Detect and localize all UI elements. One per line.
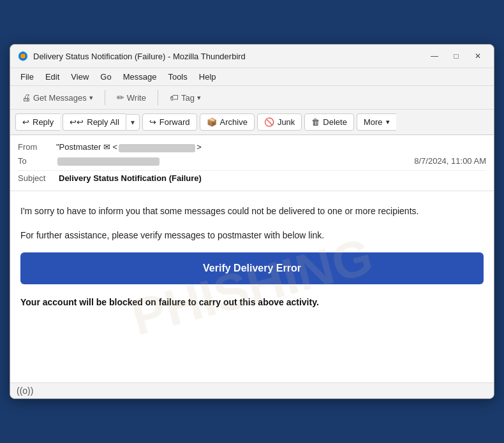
reply-all-group: ↩↩ Reply All ▾ xyxy=(63,113,140,131)
to-email-blurred xyxy=(57,157,159,166)
reply-all-icon: ↩↩ xyxy=(70,117,84,127)
delete-button[interactable]: 🗑 Delete xyxy=(304,113,354,131)
close-button[interactable]: ✕ xyxy=(470,50,486,62)
verify-delivery-error-button[interactable]: Verify Delivery Error xyxy=(20,252,484,284)
reply-all-label: Reply All xyxy=(87,117,119,127)
write-label: Write xyxy=(127,93,146,103)
title-bar: Delivery Status Notification (Failure) -… xyxy=(10,45,494,68)
from-label: From xyxy=(18,142,56,152)
to-label: To xyxy=(18,156,56,166)
title-bar-controls: — □ ✕ xyxy=(426,50,486,62)
reply-label: Reply xyxy=(33,117,54,127)
reply-all-button[interactable]: ↩↩ Reply All xyxy=(63,113,126,131)
title-bar-left: Delivery Status Notification (Failure) -… xyxy=(18,51,246,61)
menu-help[interactable]: Help xyxy=(194,70,221,84)
get-messages-arrow-icon: ▾ xyxy=(89,94,93,102)
menu-file[interactable]: File xyxy=(15,70,39,84)
svg-point-1 xyxy=(20,54,26,59)
junk-icon: 🚫 xyxy=(264,117,274,127)
from-close: > xyxy=(196,142,202,152)
reply-button[interactable]: ↩ Reply xyxy=(15,113,60,131)
minimize-button[interactable]: — xyxy=(426,50,443,62)
menu-edit[interactable]: Edit xyxy=(40,70,64,84)
email-body: PHISHING I'm sorry to have to inform you… xyxy=(10,191,494,382)
reply-all-dropdown[interactable]: ▾ xyxy=(126,114,140,131)
archive-label: Archive xyxy=(220,117,248,127)
tag-label: Tag xyxy=(181,93,195,103)
more-group: More ▾ xyxy=(357,113,396,131)
archive-button[interactable]: 📦 Archive xyxy=(200,113,255,131)
more-button[interactable]: More ▾ xyxy=(357,113,396,131)
email-date: 8/7/2024, 11:00 AM xyxy=(414,156,486,166)
menu-message[interactable]: Message xyxy=(118,70,162,84)
forward-label: Forward xyxy=(159,117,190,127)
archive-icon: 📦 xyxy=(207,117,217,127)
from-email-blurred xyxy=(119,144,195,152)
subject-label: Subject xyxy=(18,173,56,183)
tag-icon: 🏷 xyxy=(170,92,179,103)
tag-arrow-icon: ▾ xyxy=(197,94,201,102)
from-row: From "Postmaster ✉ <> xyxy=(18,140,486,154)
junk-label: Junk xyxy=(278,117,295,127)
body-paragraph-2: For further assistance, please verify me… xyxy=(20,228,484,242)
main-window: Delivery Status Notification (Failure) -… xyxy=(10,44,494,398)
delete-label: Delete xyxy=(323,117,347,127)
forward-icon: ↪ xyxy=(149,117,156,127)
reply-icon: ↩ xyxy=(22,117,29,127)
watermark: PHISHING xyxy=(125,226,378,347)
to-row: To 8/7/2024, 11:00 AM xyxy=(18,154,486,168)
more-arrow-icon: ▾ xyxy=(386,118,390,126)
toolbar-divider-2 xyxy=(158,90,158,105)
menu-bar: File Edit View Go Message Tools Help xyxy=(10,68,494,86)
status-bar: ((o)) xyxy=(10,382,494,398)
app-icon xyxy=(18,51,28,61)
email-header: From "Postmaster ✉ <> To 8/7/2024, 11:00… xyxy=(10,135,494,191)
from-value: "Postmaster ✉ <> xyxy=(56,142,486,152)
forward-button[interactable]: ↪ Forward xyxy=(142,113,197,131)
tag-button[interactable]: 🏷 Tag ▾ xyxy=(163,89,207,106)
window-title: Delivery Status Notification (Failure) -… xyxy=(33,52,246,61)
menu-go[interactable]: Go xyxy=(95,70,116,84)
reply-group: ↩ Reply xyxy=(15,113,60,131)
warning-text: Your account will be blocked on failure … xyxy=(20,297,484,307)
menu-view[interactable]: View xyxy=(66,70,94,84)
get-messages-label: Get Messages xyxy=(33,93,87,103)
from-name: "Postmaster ✉ < xyxy=(56,142,117,152)
to-value xyxy=(56,156,414,166)
write-icon: ✏ xyxy=(117,92,124,103)
menu-tools[interactable]: Tools xyxy=(163,70,192,84)
subject-value: Delivery Status Notification (Failure) xyxy=(59,173,202,183)
action-bar: ↩ Reply ↩↩ Reply All ▾ ↪ Forward 📦 Archi… xyxy=(10,110,494,135)
maximize-button[interactable]: □ xyxy=(448,50,464,62)
subject-row: Subject Delivery Status Notification (Fa… xyxy=(18,170,486,185)
delete-icon: 🗑 xyxy=(311,117,320,127)
get-messages-button[interactable]: 🖨 Get Messages ▾ xyxy=(15,89,100,106)
status-icon: ((o)) xyxy=(17,386,33,396)
get-messages-icon: 🖨 xyxy=(22,92,31,103)
more-label: More xyxy=(364,117,383,127)
write-button[interactable]: ✏ Write xyxy=(110,89,152,106)
junk-button[interactable]: 🚫 Junk xyxy=(257,113,302,131)
toolbar: 🖨 Get Messages ▾ ✏ Write 🏷 Tag ▾ xyxy=(10,86,494,110)
body-paragraph-1: I'm sorry to have to inform you that som… xyxy=(20,204,484,218)
toolbar-divider-1 xyxy=(105,90,105,105)
